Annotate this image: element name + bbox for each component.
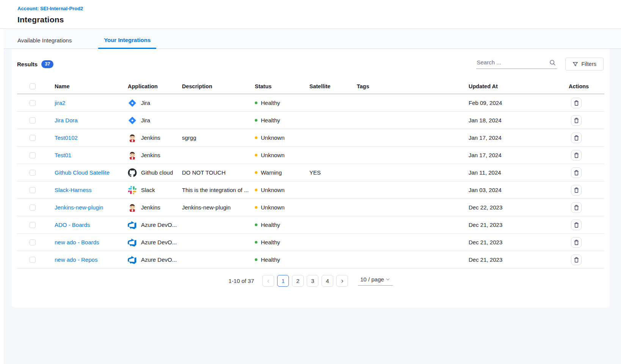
pagination-page-4[interactable]: 4 — [321, 275, 333, 287]
status-dot — [255, 258, 257, 261]
trash-icon — [574, 152, 579, 158]
column-header-description: Description — [182, 83, 255, 89]
jenkins-icon — [128, 151, 137, 160]
updated-at-value: Jan 11, 2024 — [469, 169, 569, 176]
table-row: Github Cloud Satellite Github cloud DO N… — [17, 164, 604, 181]
delete-button[interactable] — [571, 220, 582, 230]
status-dot — [255, 154, 257, 156]
integration-name-link[interactable]: Slack-Harness — [55, 187, 92, 193]
table-row: new ado - Repos Azure DevO... Healthy De… — [17, 251, 604, 269]
trash-icon — [574, 222, 579, 228]
row-checkbox[interactable] — [30, 135, 36, 141]
integration-name-link[interactable]: jira2 — [55, 100, 65, 106]
updated-at-value: Dec 21, 2023 — [469, 256, 569, 263]
integration-name-link[interactable]: Test01 — [55, 152, 71, 158]
jenkins-icon — [128, 203, 137, 212]
status-label: Unknown — [261, 134, 285, 141]
integration-name-link[interactable]: Github Cloud Satellite — [55, 169, 110, 176]
integration-name-link[interactable]: Jira Dora — [55, 117, 78, 123]
page-title: Integrations — [17, 15, 621, 24]
description-text: Jenkins-new-plugin — [182, 204, 255, 211]
integration-name-link[interactable]: ADO - Boards — [55, 222, 90, 228]
column-header-tags: Tags — [357, 83, 469, 89]
page-size-label: 10 / page — [360, 276, 384, 283]
table-row: new ado - Boards Azure DevO... Healthy D… — [17, 234, 604, 251]
column-header-updated-at: Updated At — [469, 83, 569, 89]
trash-icon — [574, 100, 579, 106]
delete-button[interactable] — [571, 237, 582, 248]
application-label: Jenkins — [141, 204, 160, 211]
delete-button[interactable] — [571, 202, 582, 213]
updated-at-value: Jan 17, 2024 — [469, 152, 569, 158]
page-body: Available Integrations Your Integrations… — [4, 29, 621, 364]
pagination-page-2[interactable]: 2 — [292, 275, 304, 287]
page-header: Account: SEI-Internal-Prod2 Integrations — [0, 0, 621, 29]
status-dot — [255, 119, 257, 122]
azure-devops-icon — [128, 220, 137, 230]
row-checkbox[interactable] — [30, 100, 36, 106]
integration-name-link[interactable]: Jenkins-new-plugin — [55, 204, 103, 211]
trash-icon — [574, 170, 579, 176]
row-checkbox[interactable] — [30, 222, 36, 228]
delete-button[interactable] — [571, 98, 582, 108]
table-row: Test01 Jenkins Unknown Jan 17, 2024 — [17, 147, 604, 164]
row-checkbox[interactable] — [30, 117, 36, 123]
integration-name-link[interactable]: new ado - Boards — [55, 239, 99, 245]
status-dot — [255, 171, 257, 174]
search-input[interactable] — [477, 59, 547, 66]
pagination: 1-10 of 37 ‹ 1234 › 10 / page — [17, 275, 604, 287]
jenkins-icon — [128, 133, 137, 142]
row-checkbox[interactable] — [30, 170, 36, 176]
row-checkbox[interactable] — [30, 257, 36, 263]
application-label: Azure DevO... — [141, 256, 177, 263]
row-checkbox[interactable] — [30, 239, 36, 245]
trash-icon — [574, 239, 579, 245]
select-all-checkbox[interactable] — [30, 83, 36, 89]
delete-button[interactable] — [571, 185, 582, 195]
pagination-prev-button[interactable]: ‹ — [262, 275, 274, 287]
search-icon — [549, 59, 556, 66]
status-dot — [255, 189, 257, 191]
filter-funnel-icon — [572, 61, 578, 67]
filters-button[interactable]: Filters — [565, 58, 604, 70]
application-label: Jenkins — [141, 134, 160, 141]
table-row: Slack-Harness Slack This is the integrat… — [17, 181, 604, 199]
integration-name-link[interactable]: Test0102 — [55, 134, 78, 141]
azure-devops-icon — [128, 255, 137, 264]
account-link[interactable]: Account: SEI-Internal-Prod2 — [17, 6, 83, 11]
pagination-page-1[interactable]: 1 — [277, 275, 289, 287]
toolbar: Results 37 Filters — [17, 57, 604, 71]
delete-button[interactable] — [571, 133, 582, 143]
tab-available-integrations[interactable]: Available Integrations — [12, 37, 77, 49]
satellite-value: YES — [309, 169, 357, 176]
tab-your-integrations[interactable]: Your Integrations — [98, 37, 156, 49]
application-label: Jira — [141, 117, 150, 123]
table-row: jira2 Jira Healthy Feb 09, 2024 — [17, 94, 604, 112]
status-label: Healthy — [261, 117, 280, 123]
chevron-down-icon — [386, 278, 390, 281]
row-checkbox[interactable] — [30, 205, 36, 211]
pagination-next-button[interactable]: › — [336, 275, 348, 287]
row-checkbox[interactable] — [30, 187, 36, 193]
row-checkbox[interactable] — [30, 152, 36, 158]
delete-button[interactable] — [571, 167, 582, 178]
application-label: Github cloud — [141, 169, 173, 176]
trash-icon — [574, 187, 579, 193]
pagination-page-3[interactable]: 3 — [307, 275, 318, 287]
column-header-status: Status — [255, 83, 309, 89]
updated-at-value: Jan 03, 2024 — [469, 187, 569, 193]
search-box — [476, 59, 557, 69]
table-header-row: Name Application Description Status Sate… — [17, 79, 604, 94]
delete-button[interactable] — [571, 150, 582, 161]
column-header-actions: Actions — [569, 83, 604, 89]
application-label: Jenkins — [141, 152, 160, 158]
column-header-application: Application — [128, 83, 182, 89]
status-label: Healthy — [261, 222, 280, 228]
status-dot — [255, 102, 257, 104]
page-size-select[interactable]: 10 / page — [358, 276, 393, 286]
results-count-badge: 37 — [41, 60, 53, 68]
table-row: Jira Dora Jira Healthy Jan 18, 2024 — [17, 112, 604, 129]
delete-button[interactable] — [571, 115, 582, 126]
integration-name-link[interactable]: new ado - Repos — [55, 256, 97, 263]
delete-button[interactable] — [571, 255, 582, 265]
